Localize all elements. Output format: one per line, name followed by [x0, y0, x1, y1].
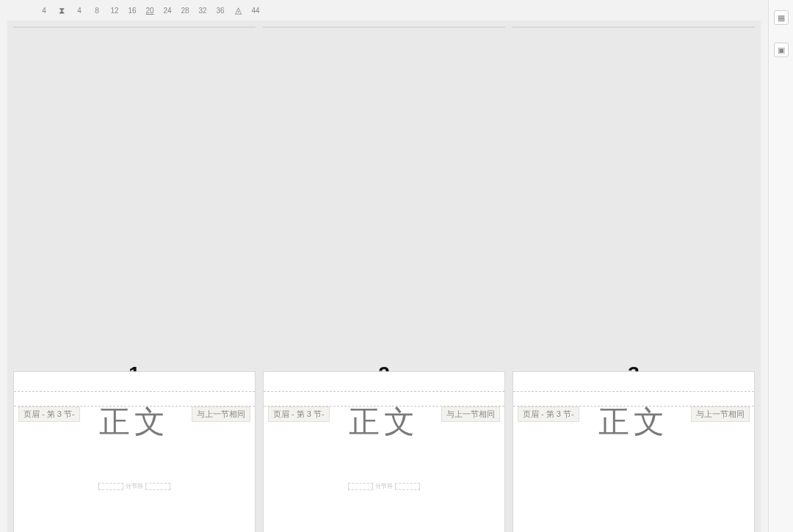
page-title[interactable]: 正文 [513, 401, 754, 442]
right-side-panel: ▦ ▣ [768, 0, 793, 532]
ruler-tick: 32 [194, 7, 211, 15]
header-guide [513, 391, 754, 392]
ruler-tick: 16 [123, 7, 141, 15]
section-break-indicator: 分节符 [98, 482, 170, 490]
ruler-tick: 4 [35, 7, 53, 15]
side-panel-button-2[interactable]: ▣ [774, 43, 789, 57]
ruler-tick: 44 [247, 7, 264, 15]
ruler-tick: 4 [70, 7, 88, 15]
ruler-tick: 20 [141, 7, 159, 15]
ruler-tick: 24 [159, 7, 176, 15]
section-break-indicator: 分节符 [348, 482, 420, 490]
ruler-tick: 8 [88, 7, 106, 15]
page-4[interactable]: 页眉 - 第 3 节- 与上一节相同 正文 分节符 [13, 371, 256, 532]
ruler-tick: 12 [106, 7, 123, 15]
page-3[interactable]: 页眉 - 第 2 节- 与上一节相同 页脚 - 第 2 节- 与上一节相同 目录… [513, 26, 755, 28]
header-guide [14, 391, 255, 392]
ruler-tick: 36 [211, 7, 229, 15]
page-2[interactable]: 页眉 - 第 2 节- 与上一节相同 页脚 - 第 2 节- 与上一节相同 目录… [263, 26, 505, 28]
first-line-indent-marker[interactable]: ⧗ [53, 5, 70, 15]
ruler-tick: 28 [176, 7, 194, 15]
page-1[interactable]: 页眉 - 第 1 节- 封面 分节符(下一页) # 重新编号 ▾ [13, 26, 256, 28]
page-5[interactable]: 页眉 - 第 3 节- 与上一节相同 正文 分节符 [263, 371, 505, 532]
page-title[interactable]: 正文 [14, 401, 255, 442]
side-panel-button-1[interactable]: ▦ [774, 10, 789, 25]
horizontal-ruler[interactable]: 4 ⧗ 4 8 12 16 20 24 28 32 36 ◬ 44 [35, 4, 264, 16]
right-indent-marker[interactable]: ◬ [229, 5, 247, 15]
page-title[interactable]: 正文 [264, 401, 504, 442]
page-grid-workspace: 页眉 - 第 1 节- 封面 分节符(下一页) # 重新编号 ▾ [7, 21, 761, 532]
header-guide [264, 391, 504, 392]
page-6[interactable]: 页眉 - 第 3 节- 与上一节相同 正文 [513, 371, 755, 532]
